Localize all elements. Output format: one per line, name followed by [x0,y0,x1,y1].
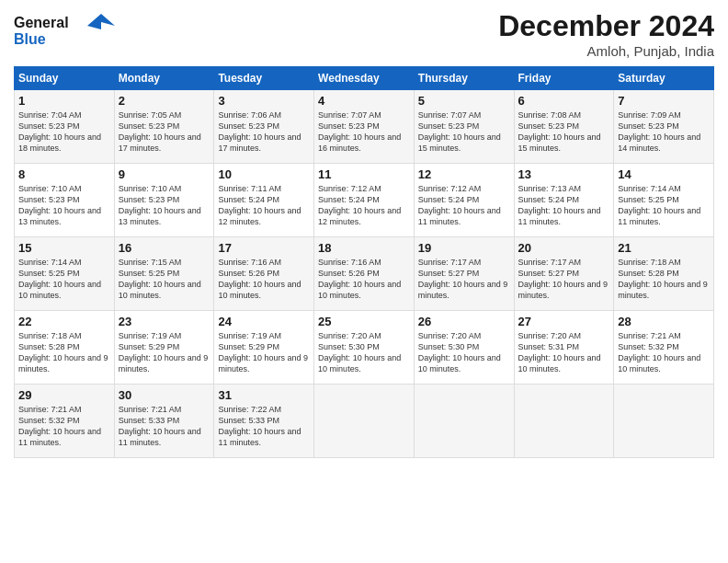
day-info: Sunrise: 7:21 AMSunset: 5:32 PMDaylight:… [18,404,110,449]
day-number: 14 [618,167,710,181]
weekday-header: Sunday [15,67,115,90]
day-info: Sunrise: 7:11 AMSunset: 5:24 PMDaylight:… [218,183,310,228]
calendar-day-cell [514,385,614,458]
calendar-day-cell [414,385,514,458]
calendar-day-cell: 1Sunrise: 7:04 AMSunset: 5:23 PMDaylight… [15,90,115,164]
calendar-day-cell: 2Sunrise: 7:05 AMSunset: 5:23 PMDaylight… [114,90,214,164]
day-number: 6 [518,94,610,108]
day-info: Sunrise: 7:14 AMSunset: 5:25 PMDaylight:… [18,257,110,302]
logo-svg: General Blue [14,9,115,51]
day-info: Sunrise: 7:10 AMSunset: 5:23 PMDaylight:… [18,183,110,228]
title-section: December 2024 Amloh, Punjab, India [498,9,714,59]
day-number: 8 [18,167,110,181]
calendar-day-cell: 22Sunrise: 7:18 AMSunset: 5:28 PMDayligh… [15,311,115,385]
weekday-header: Thursday [414,67,514,90]
day-info: Sunrise: 7:22 AMSunset: 5:33 PMDaylight:… [218,404,310,449]
weekday-header: Friday [514,67,614,90]
calendar-header-row: SundayMondayTuesdayWednesdayThursdayFrid… [15,67,714,90]
calendar-day-cell: 8Sunrise: 7:10 AMSunset: 5:23 PMDaylight… [15,164,115,237]
day-info: Sunrise: 7:13 AMSunset: 5:24 PMDaylight:… [518,183,610,228]
calendar-table: SundayMondayTuesdayWednesdayThursdayFrid… [14,66,714,458]
calendar-day-cell: 12Sunrise: 7:12 AMSunset: 5:24 PMDayligh… [414,164,514,237]
day-info: Sunrise: 7:07 AMSunset: 5:23 PMDaylight:… [318,109,410,155]
day-number: 4 [318,94,410,108]
day-number: 26 [418,315,510,328]
day-info: Sunrise: 7:12 AMSunset: 5:24 PMDaylight:… [318,183,410,228]
location-text: Amloh, Punjab, India [498,43,714,59]
day-number: 30 [119,388,210,402]
day-info: Sunrise: 7:19 AMSunset: 5:29 PMDaylight:… [119,330,210,375]
calendar-day-cell: 15Sunrise: 7:14 AMSunset: 5:25 PMDayligh… [15,237,115,311]
page-container: General Blue December 2024 Amloh, Punjab… [0,0,728,467]
day-number: 16 [119,241,210,255]
calendar-day-cell: 29Sunrise: 7:21 AMSunset: 5:32 PMDayligh… [15,385,115,458]
calendar-day-cell: 18Sunrise: 7:16 AMSunset: 5:26 PMDayligh… [314,237,415,311]
calendar-week-row: 8Sunrise: 7:10 AMSunset: 5:23 PMDaylight… [15,164,714,237]
calendar-day-cell: 28Sunrise: 7:21 AMSunset: 5:32 PMDayligh… [614,311,714,385]
calendar-day-cell: 16Sunrise: 7:15 AMSunset: 5:25 PMDayligh… [114,237,214,311]
calendar-day-cell: 31Sunrise: 7:22 AMSunset: 5:33 PMDayligh… [214,385,314,458]
weekday-header: Saturday [614,67,714,90]
day-number: 25 [318,315,410,328]
calendar-day-cell: 21Sunrise: 7:18 AMSunset: 5:28 PMDayligh… [614,237,714,311]
calendar-day-cell: 11Sunrise: 7:12 AMSunset: 5:24 PMDayligh… [314,164,415,237]
calendar-day-cell: 13Sunrise: 7:13 AMSunset: 5:24 PMDayligh… [514,164,614,237]
calendar-day-cell: 9Sunrise: 7:10 AMSunset: 5:23 PMDaylight… [114,164,214,237]
day-info: Sunrise: 7:05 AMSunset: 5:23 PMDaylight:… [119,109,210,155]
calendar-day-cell: 5Sunrise: 7:07 AMSunset: 5:23 PMDaylight… [414,90,514,164]
calendar-day-cell: 14Sunrise: 7:14 AMSunset: 5:25 PMDayligh… [614,164,714,237]
day-info: Sunrise: 7:09 AMSunset: 5:23 PMDaylight:… [618,109,710,155]
day-info: Sunrise: 7:20 AMSunset: 5:30 PMDaylight:… [418,330,510,375]
calendar-day-cell [614,385,714,458]
day-number: 22 [18,315,110,328]
day-info: Sunrise: 7:17 AMSunset: 5:27 PMDaylight:… [418,257,510,302]
day-number: 17 [218,241,310,255]
calendar-day-cell: 6Sunrise: 7:08 AMSunset: 5:23 PMDaylight… [514,90,614,164]
weekday-header: Monday [114,67,214,90]
day-number: 24 [218,315,310,328]
day-number: 21 [618,241,710,255]
day-number: 3 [218,94,310,108]
day-info: Sunrise: 7:16 AMSunset: 5:26 PMDaylight:… [318,257,410,302]
day-info: Sunrise: 7:20 AMSunset: 5:31 PMDaylight:… [518,330,610,375]
calendar-day-cell [314,385,415,458]
day-number: 15 [18,241,110,255]
svg-text:General: General [14,15,69,30]
svg-text:Blue: Blue [14,31,46,47]
calendar-day-cell: 20Sunrise: 7:17 AMSunset: 5:27 PMDayligh… [514,237,614,311]
calendar-day-cell: 27Sunrise: 7:20 AMSunset: 5:31 PMDayligh… [514,311,614,385]
day-info: Sunrise: 7:10 AMSunset: 5:23 PMDaylight:… [119,183,210,228]
calendar-day-cell: 3Sunrise: 7:06 AMSunset: 5:23 PMDaylight… [214,90,314,164]
day-info: Sunrise: 7:18 AMSunset: 5:28 PMDaylight:… [18,330,110,375]
calendar-day-cell: 26Sunrise: 7:20 AMSunset: 5:30 PMDayligh… [414,311,514,385]
day-number: 2 [119,94,210,108]
calendar-day-cell: 19Sunrise: 7:17 AMSunset: 5:27 PMDayligh… [414,237,514,311]
day-info: Sunrise: 7:12 AMSunset: 5:24 PMDaylight:… [418,183,510,228]
calendar-day-cell: 24Sunrise: 7:19 AMSunset: 5:29 PMDayligh… [214,311,314,385]
day-info: Sunrise: 7:21 AMSunset: 5:32 PMDaylight:… [618,330,710,375]
calendar-day-cell: 23Sunrise: 7:19 AMSunset: 5:29 PMDayligh… [114,311,214,385]
day-info: Sunrise: 7:07 AMSunset: 5:23 PMDaylight:… [418,109,510,155]
calendar-day-cell: 4Sunrise: 7:07 AMSunset: 5:23 PMDaylight… [314,90,415,164]
svg-marker-2 [87,14,115,29]
day-info: Sunrise: 7:04 AMSunset: 5:23 PMDaylight:… [18,109,110,155]
month-title: December 2024 [498,9,714,43]
day-number: 19 [418,241,510,255]
day-info: Sunrise: 7:17 AMSunset: 5:27 PMDaylight:… [518,257,610,302]
day-info: Sunrise: 7:21 AMSunset: 5:33 PMDaylight:… [119,404,210,449]
calendar-day-cell: 17Sunrise: 7:16 AMSunset: 5:26 PMDayligh… [214,237,314,311]
day-number: 9 [119,167,210,181]
day-info: Sunrise: 7:15 AMSunset: 5:25 PMDaylight:… [119,257,210,302]
day-info: Sunrise: 7:06 AMSunset: 5:23 PMDaylight:… [218,109,310,155]
day-number: 20 [518,241,610,255]
calendar-day-cell: 7Sunrise: 7:09 AMSunset: 5:23 PMDaylight… [614,90,714,164]
day-info: Sunrise: 7:08 AMSunset: 5:23 PMDaylight:… [518,109,610,155]
weekday-header: Tuesday [214,67,314,90]
day-number: 10 [218,167,310,181]
day-info: Sunrise: 7:16 AMSunset: 5:26 PMDaylight:… [218,257,310,302]
day-info: Sunrise: 7:20 AMSunset: 5:30 PMDaylight:… [318,330,410,375]
day-info: Sunrise: 7:14 AMSunset: 5:25 PMDaylight:… [618,183,710,228]
day-number: 1 [18,94,110,108]
page-header: General Blue December 2024 Amloh, Punjab… [14,9,714,59]
calendar-week-row: 1Sunrise: 7:04 AMSunset: 5:23 PMDaylight… [15,90,714,164]
